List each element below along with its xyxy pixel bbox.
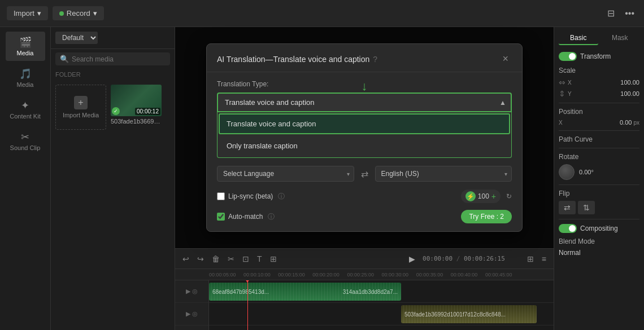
tab-mask[interactable]: Mask	[601, 32, 640, 45]
ruler-mark-3: 00:00:15:00	[278, 272, 312, 278]
media-filter-select[interactable]: Default	[55, 32, 98, 44]
transform-toggle-row: Transform	[559, 52, 639, 61]
target-language-select[interactable]: English (US)	[375, 166, 512, 182]
position-title: Position	[559, 108, 639, 116]
timeline-settings-button[interactable]: ⊞	[525, 253, 536, 265]
media-panel: Default 🔍 FOLDER + Import Media 00:00:12…	[51, 27, 175, 330]
top-toolbar: Import ▾ Record ▾ ⊟ •••	[0, 0, 644, 27]
filter-icon[interactable]: ⊟	[604, 5, 617, 21]
divider-2	[559, 130, 639, 131]
dialog-title-row: AI Translation—Translate voice and capti…	[217, 55, 377, 64]
search-input[interactable]	[72, 55, 166, 63]
media-name: 503fade1b366992d106...	[111, 118, 162, 125]
clip-1[interactable]: 68eaf8d47b985413d... 314aa1db3dd8d2a7...	[209, 283, 401, 301]
record-button[interactable]: Record ▾	[53, 6, 104, 20]
sidebar-item-clip[interactable]: ✂ Sound Clip	[6, 126, 45, 156]
content-icon: ✦	[8, 99, 43, 112]
import-media-item[interactable]: + Import Media	[55, 85, 106, 325]
position-x-row: X 0.00 px	[559, 119, 639, 126]
media-item[interactable]: 00:00:12 ✓ 503fade1b366992d106...	[111, 85, 162, 325]
import-media-label: Import Media	[63, 112, 99, 118]
automatch-label: Auto-match	[228, 213, 263, 221]
text-button[interactable]: T	[255, 253, 264, 265]
dropdown-option-voice-caption[interactable]: Translate voice and caption	[219, 113, 510, 134]
crop-button[interactable]: ⊡	[241, 253, 251, 265]
transform-toggle[interactable]	[559, 52, 577, 61]
timeline-tracks: ▶ ◎ ▶ ◎ 68eaf8d47b985413d... 314aa1db3dd…	[175, 280, 554, 330]
source-language-select[interactable]: Select Language	[217, 166, 354, 182]
timeline-more-button[interactable]: ≡	[540, 253, 548, 265]
credits-plus-icon: +	[491, 192, 496, 201]
lipsync-label: Lip-sync (beta)	[228, 192, 273, 200]
track-labels: ▶ ◎ ▶ ◎	[175, 280, 209, 330]
ruler-mark-9: 00:00:45:00	[485, 272, 520, 278]
right-panel: Basic Mask Transform Scale ⇔ X 100.00 ⇕ …	[554, 27, 644, 330]
clip-2-label: 314aa1db3dd8d2a7...	[343, 289, 398, 295]
clip-3[interactable]: 503fade1b36992d1001f7d12c8c8c848...	[401, 305, 537, 323]
flip-horizontal-button[interactable]: ⇄	[559, 201, 576, 214]
source-language-wrap: Select Language ▾	[217, 166, 354, 182]
record-chevron-icon: ▾	[93, 9, 97, 17]
left-panel: 🎬 Media 🎵 Media ✦ Content Kit ✂ Sound Cl…	[0, 27, 51, 330]
lipsync-checkbox-label[interactable]: Lip-sync (beta) ⓘ	[217, 192, 285, 201]
scale-y-row: ⇕ Y 100.00	[559, 89, 639, 98]
dropdown-option-caption-only[interactable]: Only translate caption	[219, 135, 510, 156]
clip-3-label: 503fade1b36992d1001f7d12c8c8c848...	[404, 311, 506, 318]
delete-button[interactable]: 🗑	[210, 253, 221, 265]
scale-y-icon: ⇕	[559, 89, 565, 98]
divider-4	[559, 184, 639, 185]
divider-5	[559, 219, 639, 219]
rotate-knob[interactable]	[559, 164, 575, 180]
rotate-title: Rotate	[559, 153, 639, 161]
dialog-help-icon[interactable]: ?	[373, 55, 377, 64]
search-box: 🔍	[55, 52, 170, 65]
import-media-box[interactable]: + Import Media	[55, 85, 106, 130]
flip-vertical-button[interactable]: ⇅	[578, 201, 595, 214]
ruler-mark-2: 00:00:10:00	[243, 272, 278, 278]
dialog-overlay: AI Translation—Translate voice and capti…	[175, 27, 554, 248]
sidebar-item-audio[interactable]: 🎵 Media	[6, 63, 45, 93]
rotate-value: 0.00°	[579, 169, 594, 175]
scale-x-value: 100.00	[620, 79, 639, 86]
lipsync-checkbox[interactable]	[217, 192, 225, 200]
translation-type-dropdown: ↓ Translate voice and caption ▲ Translat…	[217, 93, 512, 158]
media-duration: 00:00:12	[135, 108, 160, 115]
play-button[interactable]: ▶	[406, 253, 418, 265]
automatch-checkbox[interactable]	[217, 213, 225, 221]
ruler-marks: 00:00:05:00 00:00:10:00 00:00:15:00 00:0…	[209, 272, 520, 278]
more-options-icon[interactable]: •••	[622, 6, 637, 21]
audio-icon: 🎵	[8, 68, 43, 80]
refresh-icon[interactable]: ↻	[506, 192, 512, 200]
ruler-mark-1: 00:00:05:00	[209, 272, 243, 278]
try-free-button[interactable]: Try Free : 2	[461, 210, 512, 223]
track-row-1: 68eaf8d47b985413d... 314aa1db3dd8d2a7...	[209, 280, 554, 303]
cut-button[interactable]: ✂	[226, 253, 236, 265]
ruler-mark-4: 00:00:20:00	[312, 272, 347, 278]
tab-basic[interactable]: Basic	[559, 32, 598, 45]
redo-button[interactable]: ↪	[195, 253, 206, 265]
language-swap-button[interactable]: ⇄	[359, 166, 371, 182]
compositing-toggle[interactable]	[559, 224, 577, 233]
center-wrapper: AI Translation—Translate voice and capti…	[175, 27, 554, 330]
clip-icon: ✂	[8, 131, 43, 143]
undo-button[interactable]: ↩	[181, 253, 191, 265]
language-row: Select Language ▾ ⇄ English (US) ▾	[217, 166, 512, 182]
automatch-checkbox-label[interactable]: Auto-match ⓘ	[217, 212, 458, 222]
dropdown-selected-value[interactable]: Translate voice and caption	[217, 93, 512, 112]
blend-mode-title: Blend Mode	[559, 237, 639, 245]
lipsync-help-icon[interactable]: ⓘ	[278, 192, 285, 201]
divider-3	[559, 148, 639, 148]
import-button[interactable]: Import ▾	[7, 6, 48, 20]
timeline-ruler: 00:00:05:00 00:00:10:00 00:00:15:00 00:0…	[175, 269, 554, 280]
pos-x-value: 0.00 px	[620, 119, 639, 126]
ai-translation-dialog: AI Translation—Translate voice and capti…	[206, 43, 523, 232]
ruler-mark-6: 00:00:30:00	[382, 272, 416, 278]
folder-label: FOLDER	[51, 69, 175, 80]
sidebar-item-content[interactable]: ✦ Content Kit	[6, 95, 45, 124]
credits-icon: ⚡	[465, 191, 476, 201]
automatch-help-icon[interactable]: ⓘ	[268, 212, 275, 222]
dialog-close-button[interactable]: ×	[499, 52, 512, 66]
scale-y-value: 100.00	[620, 90, 639, 97]
sidebar-item-media[interactable]: 🎬 Media	[6, 32, 45, 61]
transform-button[interactable]: ⊞	[268, 253, 279, 265]
